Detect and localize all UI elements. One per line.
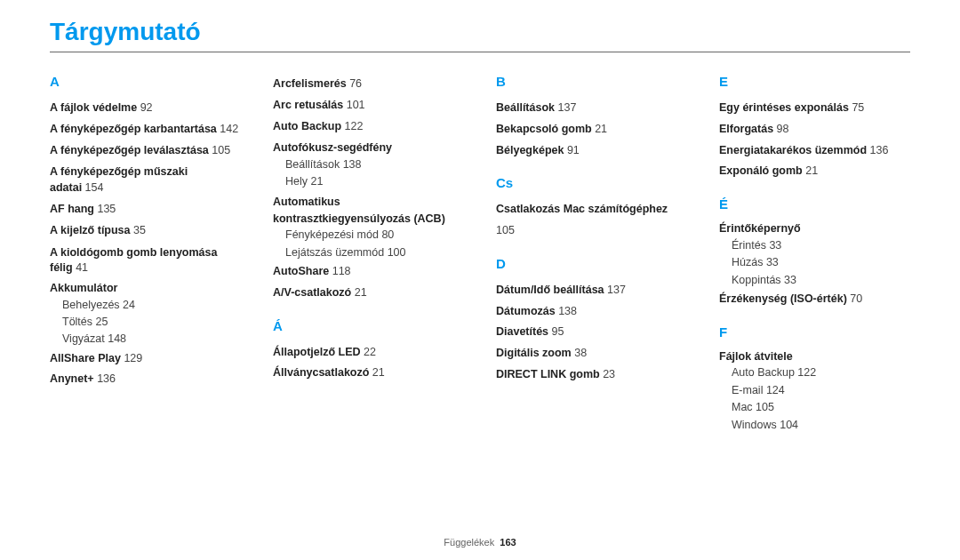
index-entry[interactable]: Állapotjelző LED 22 xyxy=(273,342,464,364)
index-subentry[interactable]: Koppintás 33 xyxy=(719,272,910,289)
index-entry[interactable]: AutoShare 118 xyxy=(273,261,464,283)
index-letter: É xyxy=(719,196,910,212)
index-columns: AA fájlok védelme 92A fényképezőgép karb… xyxy=(50,74,910,434)
index-entry[interactable]: DIRECT LINK gomb 23 xyxy=(496,364,687,386)
index-letter: D xyxy=(496,256,687,271)
index-subentry[interactable]: Auto Backup 122 xyxy=(719,364,910,381)
index-entry[interactable]: AllShare Play 129 xyxy=(50,348,241,370)
index-entry[interactable]: Csatlakozás Mac számítógéphez 105 xyxy=(496,199,687,242)
index-subentry[interactable]: Lejátszás üzemmód 100 xyxy=(273,244,464,261)
footer-label: Függelékek xyxy=(444,537,494,548)
index-entry[interactable]: Energiatakarékos üzemmód 136 xyxy=(719,140,910,162)
column: AA fájlok védelme 92A fényképezőgép karb… xyxy=(50,74,241,434)
index-entry[interactable]: A fényképezőgép karbantartása 142 xyxy=(50,119,241,140)
index-entry[interactable]: Dátum/Idő beállítása 137 xyxy=(496,280,687,301)
index-entry[interactable]: Anynet+ 136 xyxy=(50,369,241,390)
index-entry[interactable]: Auto Backup 122 xyxy=(273,116,464,138)
index-subentry[interactable]: Töltés 25 xyxy=(50,314,241,331)
index-entry[interactable]: Érzékenység (ISO-érték) 70 xyxy=(719,289,910,310)
index-subentry[interactable]: Érintés 33 xyxy=(719,237,910,254)
index-entry[interactable]: Egy érintéses exponálás 75 xyxy=(719,98,910,119)
index-entry[interactable]: Diavetítés 95 xyxy=(496,322,687,343)
index-subentry[interactable]: Vigyázat 148 xyxy=(50,331,241,348)
index-entry[interactable]: Beállítások 137 xyxy=(496,98,687,119)
index-entry[interactable]: Bélyegképek 91 xyxy=(496,140,687,162)
index-subentry[interactable]: E-mail 124 xyxy=(719,382,910,399)
index-subhead: Fájlok átvitele xyxy=(719,348,910,365)
index-subhead: Autofókusz-segédfény xyxy=(273,140,464,156)
index-letter: B xyxy=(496,74,687,89)
index-subentry[interactable]: Húzás 33 xyxy=(719,254,910,271)
index-entry[interactable]: Arc retusálás 101 xyxy=(273,95,464,116)
index-entry[interactable]: A fényképezőgép leválasztása 105 xyxy=(50,140,241,162)
index-subhead: Automatikuskontrasztkiegyensúlyozás (ACB… xyxy=(273,194,464,228)
index-entry[interactable]: A fájlok védelme 92 xyxy=(50,98,241,119)
index-subentry[interactable]: Mac 105 xyxy=(719,399,910,416)
column: Arcfelismerés 76Arc retusálás 101Auto Ba… xyxy=(273,74,464,434)
index-subhead: Akkumulátor xyxy=(50,280,241,297)
index-subentry[interactable]: Windows 104 xyxy=(719,417,910,434)
index-subhead: Érintőképernyő xyxy=(719,220,910,237)
column: EEgy érintéses exponálás 75Elforgatás 98… xyxy=(719,74,910,434)
index-entry[interactable]: Exponáló gomb 21 xyxy=(719,161,910,182)
footer: Függelékek 163 xyxy=(0,537,960,548)
index-letter: Cs xyxy=(496,175,687,190)
index-entry[interactable]: Dátumozás 138 xyxy=(496,301,687,323)
index-letter: F xyxy=(719,324,910,340)
index-subentry[interactable]: Behelyezés 24 xyxy=(50,297,241,314)
index-subentry[interactable]: Hely 21 xyxy=(273,173,464,190)
column: BBeállítások 137Bekapcsoló gomb 21Bélyeg… xyxy=(496,74,687,434)
index-subentry[interactable]: Fényképezési mód 80 xyxy=(273,227,464,244)
index-entry[interactable]: A kioldógomb gomb lenyomásafélig 41 xyxy=(50,245,241,276)
index-entry[interactable]: Digitális zoom 38 xyxy=(496,343,687,364)
index-entry[interactable]: Elforgatás 98 xyxy=(719,119,910,140)
index-entry[interactable]: A fényképezőgép műszakiadatai 154 xyxy=(50,164,241,196)
index-subentry[interactable]: Beállítások 138 xyxy=(273,156,464,173)
index-letter: A xyxy=(50,74,241,89)
index-entry[interactable]: Arcfelismerés 76 xyxy=(273,74,464,95)
footer-page: 163 xyxy=(500,537,516,548)
index-entry[interactable]: AF hang 135 xyxy=(50,199,241,220)
index-letter: Á xyxy=(273,318,464,333)
index-letter: E xyxy=(719,74,910,89)
index-entry[interactable]: A kijelző típusa 35 xyxy=(50,220,241,242)
page-title: Tárgymutató xyxy=(50,18,910,46)
index-entry[interactable]: Bekapcsoló gomb 21 xyxy=(496,119,687,140)
index-entry[interactable]: A/V-csatlakozó 21 xyxy=(273,283,464,304)
title-rule xyxy=(50,52,910,52)
index-entry[interactable]: Állványcsatlakozó 21 xyxy=(273,363,464,384)
